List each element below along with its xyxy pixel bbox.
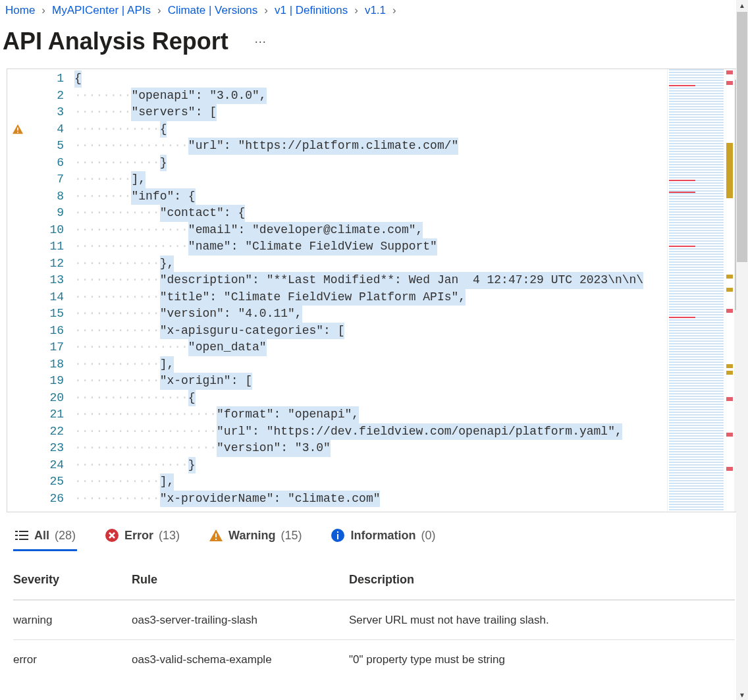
tab-label: Warning xyxy=(228,529,275,543)
line-number: 25 xyxy=(28,473,64,491)
tab-count: (15) xyxy=(280,529,302,543)
code-line[interactable]: ············"title": "Climate FieldView … xyxy=(74,289,667,306)
code-line[interactable]: ············"x-origin": [ xyxy=(74,373,667,390)
line-number: 23 xyxy=(28,440,64,457)
overview-ruler[interactable] xyxy=(725,69,734,512)
cell-severity: error xyxy=(13,643,132,677)
line-number: 16 xyxy=(28,323,64,340)
code-line[interactable]: ················"open_data" xyxy=(74,339,667,356)
cell-rule: oas3-server-trailing-slash xyxy=(132,603,349,637)
code-line[interactable]: ············], xyxy=(74,473,667,491)
code-line[interactable]: ····················"format": "openapi", xyxy=(74,406,667,423)
col-severity[interactable]: Severity xyxy=(13,562,132,597)
line-number: 5 xyxy=(28,138,64,155)
line-number: 7 xyxy=(28,171,64,188)
line-number: 10 xyxy=(28,222,64,239)
table-row[interactable]: warningoas3-server-trailing-slashServer … xyxy=(13,600,735,639)
code-line[interactable]: ············} xyxy=(74,155,667,172)
line-number: 11 xyxy=(28,238,64,256)
line-number: 19 xyxy=(28,373,64,390)
code-line[interactable]: ············"description": "**Last Modif… xyxy=(74,272,667,289)
line-number: 3 xyxy=(28,104,64,121)
code-line[interactable]: { xyxy=(74,70,667,88)
table-header-row: Severity Rule Description xyxy=(13,560,735,600)
line-number: 8 xyxy=(28,188,64,205)
line-number-gutter: 1234567891011121314151617181920212223242… xyxy=(28,69,74,512)
tab-label: Information xyxy=(350,529,415,543)
breadcrumb-item[interactable]: Climate | Versions xyxy=(165,4,261,17)
code-line[interactable]: ····················"version": "3.0" xyxy=(74,440,667,457)
chevron-right-icon: › xyxy=(260,4,272,17)
svg-rect-0 xyxy=(17,128,18,131)
line-number: 13 xyxy=(28,272,64,289)
line-number: 18 xyxy=(28,356,64,373)
svg-rect-10 xyxy=(215,539,217,540)
scroll-up-icon[interactable]: ▲ xyxy=(736,0,748,11)
line-number: 9 xyxy=(28,205,64,222)
cell-severity: warning xyxy=(13,603,132,637)
line-number: 14 xyxy=(28,289,64,306)
code-line[interactable]: ················"email": "developer@clim… xyxy=(74,222,667,239)
code-line[interactable]: ············"x-apisguru-categories": [ xyxy=(74,323,667,340)
code-line[interactable]: ····················"url": "https://dev.… xyxy=(74,423,667,441)
svg-rect-13 xyxy=(337,531,338,533)
code-line[interactable]: ········"openapi": "3.0.0", xyxy=(74,88,667,105)
error-icon xyxy=(105,528,119,543)
cell-rule: oas3-valid-schema-example xyxy=(132,643,349,677)
tab-error[interactable]: Error (13) xyxy=(103,524,181,551)
code-line[interactable]: ················"name": "Climate FieldVi… xyxy=(74,238,667,256)
code-area[interactable]: {········"openapi": "3.0.0",········"ser… xyxy=(74,69,667,512)
svg-rect-1 xyxy=(17,132,18,133)
code-editor[interactable]: 1234567891011121314151617181920212223242… xyxy=(7,68,747,512)
minimap[interactable] xyxy=(667,69,725,512)
warning-icon[interactable] xyxy=(12,124,24,134)
tab-label: All xyxy=(34,529,49,543)
code-line[interactable]: ················"url": "https://platform… xyxy=(74,138,667,155)
tab-information[interactable]: Information (0) xyxy=(329,524,437,551)
code-line[interactable]: ········], xyxy=(74,171,667,188)
results-table: Severity Rule Description warningoas3-se… xyxy=(0,555,748,679)
col-rule[interactable]: Rule xyxy=(132,562,349,597)
line-number: 1 xyxy=(28,70,64,88)
line-number: 17 xyxy=(28,339,64,356)
line-number: 24 xyxy=(28,457,64,474)
result-tabs: All (28) Error (13) Warning (15) Informa… xyxy=(0,515,748,555)
code-line[interactable]: ········"servers": [ xyxy=(74,104,667,121)
chevron-right-icon: › xyxy=(388,4,400,17)
code-line[interactable]: ············"version": "4.0.11", xyxy=(74,306,667,323)
breadcrumb-item[interactable]: MyAPICenter | APIs xyxy=(49,4,153,17)
code-line[interactable]: ············"x-providerName": "climate.c… xyxy=(74,491,667,508)
code-line[interactable]: ················} xyxy=(74,457,667,474)
line-number: 21 xyxy=(28,406,64,423)
breadcrumb-item[interactable]: v1 | Definitions xyxy=(272,4,350,17)
scroll-down-icon[interactable]: ▼ xyxy=(736,689,748,700)
line-number: 2 xyxy=(28,88,64,105)
scrollbar-thumb[interactable] xyxy=(737,12,747,262)
info-icon xyxy=(331,528,345,543)
breadcrumb-item[interactable]: Home xyxy=(3,4,38,17)
chevron-right-icon: › xyxy=(153,4,165,17)
line-number: 26 xyxy=(28,491,64,508)
breadcrumb-item[interactable]: v1.1 xyxy=(362,4,388,17)
tab-all[interactable]: All (28) xyxy=(13,524,77,551)
code-line[interactable]: ············{ xyxy=(74,121,667,138)
code-line[interactable]: ············"contact": { xyxy=(74,205,667,222)
chevron-right-icon: › xyxy=(38,4,49,17)
more-actions-button[interactable]: ··· xyxy=(228,35,267,49)
page-vertical-scrollbar[interactable]: ▲ ▼ xyxy=(736,0,748,700)
line-number: 12 xyxy=(28,256,64,273)
table-row[interactable]: erroroas3-valid-schema-example"0" proper… xyxy=(13,639,735,679)
code-line[interactable]: ············}, xyxy=(74,256,667,273)
page-title: API Analysis Report xyxy=(3,28,228,55)
line-number: 4 xyxy=(28,121,64,138)
tab-warning[interactable]: Warning (15) xyxy=(207,524,303,551)
col-description[interactable]: Description xyxy=(349,562,735,597)
page-title-row: API Analysis Report ··· xyxy=(0,21,748,68)
svg-rect-9 xyxy=(215,533,217,537)
code-line[interactable]: ········"info": { xyxy=(74,188,667,205)
code-line[interactable]: ················{ xyxy=(74,390,667,407)
cell-description: Server URL must not have trailing slash. xyxy=(349,603,735,637)
code-line[interactable]: ············], xyxy=(74,356,667,373)
tab-label: Error xyxy=(124,529,153,543)
cell-description: "0" property type must be string xyxy=(349,643,735,677)
